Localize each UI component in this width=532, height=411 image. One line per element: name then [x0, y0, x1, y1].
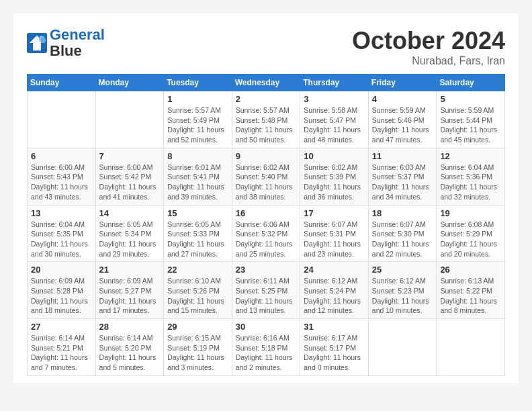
calendar-cell: 20Sunrise: 6:09 AM Sunset: 5:28 PM Dayli… [28, 262, 96, 319]
calendar-cell: 7Sunrise: 6:00 AM Sunset: 5:42 PM Daylig… [95, 148, 164, 205]
day-info: Sunrise: 5:57 AM Sunset: 5:49 PM Dayligh… [167, 105, 228, 145]
calendar-cell [95, 91, 164, 148]
calendar-week-row: 27Sunrise: 6:14 AM Sunset: 5:21 PM Dayli… [28, 319, 505, 376]
weekday-header: Friday [368, 75, 437, 91]
calendar-cell: 15Sunrise: 6:05 AM Sunset: 5:33 PM Dayli… [164, 205, 232, 262]
day-info: Sunrise: 6:15 AM Sunset: 5:19 PM Dayligh… [167, 333, 228, 373]
calendar-cell: 14Sunrise: 6:05 AM Sunset: 5:34 PM Dayli… [95, 205, 164, 262]
calendar-cell: 3Sunrise: 5:58 AM Sunset: 5:47 PM Daylig… [300, 91, 369, 148]
calendar-cell [28, 91, 96, 148]
calendar-cell: 21Sunrise: 6:09 AM Sunset: 5:27 PM Dayli… [95, 262, 164, 319]
day-number: 23 [236, 265, 297, 275]
day-number: 17 [304, 208, 365, 218]
day-number: 13 [31, 208, 92, 218]
calendar-cell: 9Sunrise: 6:02 AM Sunset: 5:40 PM Daylig… [232, 148, 300, 205]
day-info: Sunrise: 6:05 AM Sunset: 5:34 PM Dayligh… [99, 220, 161, 259]
day-info: Sunrise: 6:05 AM Sunset: 5:33 PM Dayligh… [167, 220, 228, 259]
day-info: Sunrise: 6:11 AM Sunset: 5:25 PM Dayligh… [236, 276, 297, 316]
calendar-cell: 22Sunrise: 6:10 AM Sunset: 5:26 PM Dayli… [164, 262, 232, 319]
location-subtitle: Nurabad, Fars, Iran [352, 55, 505, 67]
day-number: 5 [440, 94, 501, 104]
day-number: 27 [31, 322, 92, 332]
day-number: 16 [236, 208, 297, 218]
day-number: 21 [99, 265, 161, 275]
day-number: 4 [372, 94, 433, 104]
day-number: 18 [372, 208, 433, 218]
calendar-cell: 4Sunrise: 5:59 AM Sunset: 5:46 PM Daylig… [368, 91, 437, 148]
logo: General Blue [27, 27, 105, 59]
calendar-cell: 2Sunrise: 5:57 AM Sunset: 5:48 PM Daylig… [232, 91, 300, 148]
calendar-week-row: 1Sunrise: 5:57 AM Sunset: 5:49 PM Daylig… [28, 91, 505, 148]
day-number: 9 [236, 151, 297, 161]
day-number: 25 [372, 265, 433, 275]
calendar-cell: 18Sunrise: 6:07 AM Sunset: 5:30 PM Dayli… [368, 205, 437, 262]
day-info: Sunrise: 6:09 AM Sunset: 5:27 PM Dayligh… [99, 276, 161, 316]
day-number: 1 [167, 94, 228, 104]
day-number: 12 [440, 151, 501, 161]
calendar-cell [437, 319, 505, 376]
calendar-week-row: 13Sunrise: 6:04 AM Sunset: 5:35 PM Dayli… [28, 205, 505, 262]
day-number: 7 [99, 151, 161, 161]
day-info: Sunrise: 6:08 AM Sunset: 5:29 PM Dayligh… [440, 220, 501, 259]
calendar-cell: 1Sunrise: 5:57 AM Sunset: 5:49 PM Daylig… [164, 91, 232, 148]
day-info: Sunrise: 6:09 AM Sunset: 5:28 PM Dayligh… [31, 276, 92, 316]
day-info: Sunrise: 6:00 AM Sunset: 5:43 PM Dayligh… [31, 163, 92, 202]
day-info: Sunrise: 6:04 AM Sunset: 5:35 PM Dayligh… [31, 220, 92, 259]
calendar-cell: 31Sunrise: 6:17 AM Sunset: 5:17 PM Dayli… [300, 319, 369, 376]
day-info: Sunrise: 6:16 AM Sunset: 5:18 PM Dayligh… [236, 333, 297, 373]
day-number: 22 [167, 265, 228, 275]
day-number: 6 [31, 151, 92, 161]
calendar-cell: 25Sunrise: 6:12 AM Sunset: 5:23 PM Dayli… [368, 262, 437, 319]
calendar-cell: 29Sunrise: 6:15 AM Sunset: 5:19 PM Dayli… [164, 319, 232, 376]
day-info: Sunrise: 6:02 AM Sunset: 5:40 PM Dayligh… [236, 163, 297, 202]
day-info: Sunrise: 6:02 AM Sunset: 5:39 PM Dayligh… [304, 163, 365, 202]
day-info: Sunrise: 6:10 AM Sunset: 5:26 PM Dayligh… [167, 276, 228, 316]
day-number: 10 [304, 151, 365, 161]
header: General Blue October 2024 Nurabad, Fars,… [27, 27, 505, 67]
calendar-cell [368, 319, 437, 376]
day-number: 30 [236, 322, 297, 332]
calendar-cell: 28Sunrise: 6:14 AM Sunset: 5:20 PM Dayli… [95, 319, 164, 376]
calendar-cell: 8Sunrise: 6:01 AM Sunset: 5:41 PM Daylig… [164, 148, 232, 205]
day-info: Sunrise: 6:14 AM Sunset: 5:21 PM Dayligh… [31, 333, 92, 373]
calendar-cell: 17Sunrise: 6:07 AM Sunset: 5:31 PM Dayli… [300, 205, 369, 262]
day-info: Sunrise: 6:03 AM Sunset: 5:37 PM Dayligh… [372, 163, 433, 202]
day-info: Sunrise: 5:59 AM Sunset: 5:46 PM Dayligh… [372, 105, 433, 145]
weekday-header: Saturday [437, 75, 505, 91]
day-number: 8 [167, 151, 228, 161]
weekday-header: Thursday [300, 75, 369, 91]
calendar-cell: 23Sunrise: 6:11 AM Sunset: 5:25 PM Dayli… [232, 262, 300, 319]
day-info: Sunrise: 5:58 AM Sunset: 5:47 PM Dayligh… [304, 105, 365, 145]
day-number: 15 [167, 208, 228, 218]
logo-text: General Blue [50, 27, 105, 59]
day-number: 14 [99, 208, 161, 218]
weekday-header: Wednesday [232, 75, 300, 91]
calendar-cell: 19Sunrise: 6:08 AM Sunset: 5:29 PM Dayli… [437, 205, 505, 262]
calendar-cell: 24Sunrise: 6:12 AM Sunset: 5:24 PM Dayli… [300, 262, 369, 319]
weekday-header-row: SundayMondayTuesdayWednesdayThursdayFrid… [28, 75, 505, 91]
calendar-cell: 5Sunrise: 5:59 AM Sunset: 5:44 PM Daylig… [437, 91, 505, 148]
day-number: 3 [304, 94, 365, 104]
day-number: 11 [372, 151, 433, 161]
day-number: 31 [304, 322, 365, 332]
day-number: 20 [31, 265, 92, 275]
day-number: 19 [440, 208, 501, 218]
weekday-header: Tuesday [164, 75, 232, 91]
day-info: Sunrise: 6:14 AM Sunset: 5:20 PM Dayligh… [99, 333, 161, 373]
day-info: Sunrise: 6:06 AM Sunset: 5:32 PM Dayligh… [236, 220, 297, 259]
day-info: Sunrise: 6:04 AM Sunset: 5:36 PM Dayligh… [440, 163, 501, 202]
calendar-cell: 11Sunrise: 6:03 AM Sunset: 5:37 PM Dayli… [368, 148, 437, 205]
calendar-cell: 6Sunrise: 6:00 AM Sunset: 5:43 PM Daylig… [28, 148, 96, 205]
day-info: Sunrise: 6:12 AM Sunset: 5:23 PM Dayligh… [372, 276, 433, 316]
day-info: Sunrise: 6:13 AM Sunset: 5:22 PM Dayligh… [440, 276, 501, 316]
title-block: October 2024 Nurabad, Fars, Iran [352, 27, 505, 67]
calendar-cell: 26Sunrise: 6:13 AM Sunset: 5:22 PM Dayli… [437, 262, 505, 319]
day-info: Sunrise: 6:12 AM Sunset: 5:24 PM Dayligh… [304, 276, 365, 316]
day-info: Sunrise: 6:17 AM Sunset: 5:17 PM Dayligh… [304, 333, 365, 373]
day-info: Sunrise: 6:01 AM Sunset: 5:41 PM Dayligh… [167, 163, 228, 202]
calendar-cell: 12Sunrise: 6:04 AM Sunset: 5:36 PM Dayli… [437, 148, 505, 205]
day-number: 2 [236, 94, 297, 104]
day-info: Sunrise: 5:57 AM Sunset: 5:48 PM Dayligh… [236, 105, 297, 145]
day-info: Sunrise: 6:07 AM Sunset: 5:31 PM Dayligh… [304, 220, 365, 259]
logo-icon [27, 33, 47, 53]
